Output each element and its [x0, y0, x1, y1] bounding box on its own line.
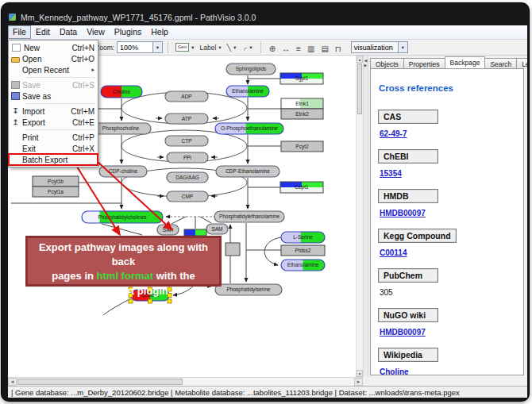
pathway-node-pcyt1a[interactable]: Pcyt1a — [33, 187, 79, 197]
pathway-node-l-serine[interactable]: L-Serine — [281, 232, 325, 243]
panel-splitter[interactable]: ◀▶ — [363, 56, 368, 377]
pathway-node-label: CTP — [182, 138, 192, 144]
xref-link[interactable]: Choline — [380, 367, 409, 375]
zoom-dropdown-icon[interactable]: ▼ — [152, 42, 162, 52]
menu-item-import[interactable]: ↧ImportCtrl+M — [9, 106, 98, 117]
xref-section-nugo-wiki: NuGO wikiHMDB00097 — [378, 307, 519, 337]
app-icon — [8, 13, 17, 21]
menubar-item-view[interactable]: View — [82, 25, 110, 39]
pathway-node-dag[interactable]: DAG/AAG — [167, 172, 208, 183]
scroll-down-icon[interactable]: ▼ — [357, 370, 363, 377]
xref-link[interactable]: 62-49-7 — [380, 129, 407, 138]
visualization-dropdown-icon[interactable]: ▼ — [398, 42, 407, 52]
selection-handle[interactable] — [168, 299, 172, 303]
pathway-node-phosphatidylcholines[interactable]: Phosphatidylcholines — [82, 211, 163, 223]
pathway-node-phosphatidylserine[interactable]: Phosphatidylserine — [215, 284, 282, 295]
pathway-node-pcyt1b[interactable]: Pcyt1b — [33, 176, 79, 187]
pathway-node-label: Pcyt1b — [48, 179, 64, 185]
visualization-combobox[interactable]: visualization ▼ — [351, 41, 408, 53]
pathway-node-cept1[interactable]: Cept1 — [280, 182, 323, 193]
gene-tool-button[interactable]: Gen ▼ — [173, 40, 197, 54]
stack-horizontal-icon[interactable]: ▥ — [307, 44, 314, 53]
tab-backpage[interactable]: Backpage — [445, 56, 486, 68]
pathway-edge — [103, 298, 131, 315]
pathway-node-ethanolamine-bottom[interactable]: Ethanolamine — [281, 260, 325, 271]
menu-separator — [26, 77, 95, 78]
menu-item-open-recent[interactable]: Open Recent▸ — [9, 64, 98, 75]
pathway-node-ptdss2[interactable]: Ptdss2 — [281, 245, 325, 256]
toolbar-separator — [260, 41, 261, 53]
pathway-node-phosphatidylethanolamine[interactable]: Phosphatidylethanolamine — [214, 211, 284, 222]
pathway-node-cdp-ethanolamine[interactable]: CDP-Ethanolamine — [216, 166, 279, 177]
tab-properties[interactable]: Properties — [403, 58, 445, 68]
pathway-node-label: CMP — [182, 194, 193, 199]
label-tool-button[interactable]: Label ▼ — [198, 40, 225, 54]
selection-handle[interactable] — [148, 299, 152, 303]
menu-item-save-as[interactable]: Save as — [9, 90, 98, 102]
pathway-node-pemt[interactable] — [184, 229, 206, 236]
pathway-node-ctp[interactable]: CTP — [165, 136, 208, 146]
pathway-node-choline-top[interactable]: Choline — [101, 86, 142, 98]
menubar-item-help[interactable]: Help — [146, 25, 173, 39]
menu-item-exit[interactable]: ExitCtrl+X — [9, 143, 98, 154]
xref-link[interactable]: C00114 — [380, 248, 407, 257]
pathway-node-o-phosphoethanolamine[interactable]: O-Phosphoethanolamine — [215, 123, 283, 134]
align-center-icon[interactable]: ⊕ — [269, 44, 276, 53]
connector-tool-button[interactable]: ⌌ ▼ — [239, 40, 255, 54]
stack-vertical-icon[interactable]: ≡ — [296, 44, 301, 53]
canvas-horizontal-scrollbar[interactable]: ◄ ► — [8, 377, 363, 386]
pathway-node-ppi[interactable]: PPi — [167, 152, 208, 163]
menubar-item-edit[interactable]: Edit — [31, 25, 55, 39]
xref-link[interactable]: HMDB00097 — [380, 328, 426, 337]
chevron-down-icon[interactable]: ▼ — [218, 45, 222, 50]
pathway-node-cdp-choline[interactable]: CDP-choline — [99, 166, 147, 177]
xref-link[interactable]: 15354 — [380, 169, 402, 178]
tab-legend[interactable]: Legend — [516, 58, 527, 68]
pathway-node-atp[interactable]: ATP — [165, 114, 208, 124]
chevron-down-icon[interactable]: ▼ — [249, 45, 253, 50]
scrollbar-thumb[interactable] — [17, 379, 183, 385]
menu-item-save[interactable]: SaveCtrl+S — [9, 79, 98, 90]
align-vertical-icon[interactable]: ↔ — [282, 44, 290, 53]
scroll-left-icon[interactable]: ◄ — [8, 378, 17, 386]
selection-handle[interactable] — [129, 299, 133, 303]
menubar-item-file[interactable]: File — [8, 25, 31, 39]
tab-objects[interactable]: Objects — [370, 58, 404, 68]
chevron-down-icon[interactable]: ▼ — [191, 45, 195, 50]
xref-link[interactable]: HMDB00097 — [380, 209, 426, 217]
export-icon: ↥ — [11, 118, 20, 126]
menu-item-export[interactable]: ↥ExportCtrl+E — [9, 117, 98, 128]
pathway-node-sphingolipids[interactable]: Sphingolipids — [226, 63, 276, 75]
pathway-node-sgpl1[interactable]: Sgpl1 — [280, 73, 323, 84]
menubar-item-plugins[interactable]: Plugins — [110, 25, 146, 39]
pathway-node-cmp[interactable]: CMP — [167, 191, 208, 202]
pathway-node-etnk2[interactable]: Etnk2 — [281, 109, 323, 119]
menu-item-label: Import — [22, 107, 44, 116]
pathway-node-label: Cept1 — [295, 184, 309, 190]
canvas-vertical-scrollbar[interactable]: ▲ ▼ — [356, 56, 363, 377]
pathway-node-pisd[interactable] — [226, 243, 240, 256]
common-width-icon[interactable]: ▤ — [321, 44, 328, 53]
backpage-panel: Cross references CAS62-49-7ChEBI15354HMD… — [370, 68, 524, 375]
menubar-item-data[interactable]: Data — [55, 25, 82, 39]
scroll-right-icon[interactable]: ► — [354, 378, 363, 386]
pathway-node-etnk1[interactable]: Etnk1 — [281, 98, 323, 109]
pathway-node-pcyt2[interactable]: Pcyt2 — [281, 141, 323, 152]
zoom-combobox[interactable]: 100% ▼ — [117, 41, 163, 53]
menu-item-open[interactable]: OpenCtrl+O — [9, 53, 98, 64]
pathway-node-ethanolamine-top[interactable]: Ethanolamine — [226, 86, 269, 97]
menu-item-new[interactable]: NewCtrl+N — [9, 42, 98, 53]
pathway-node-sam[interactable]: SAM — [206, 224, 228, 234]
chevron-down-icon[interactable]: ▼ — [233, 45, 237, 50]
pathway-node-label: ADP — [181, 94, 191, 99]
menu-item-batch-export[interactable]: Batch Export — [9, 154, 98, 165]
common-height-icon[interactable]: ⊓ — [335, 44, 341, 53]
pathway-node-adp[interactable]: ADP — [165, 91, 208, 102]
pathway-node-phosphocholine[interactable]: Phosphocholine — [91, 123, 151, 134]
menu-item-print[interactable]: PrintCtrl+P — [9, 132, 98, 143]
line-tool-button[interactable]: ╲ ▼ — [225, 40, 240, 54]
tab-search[interactable]: Search — [484, 58, 517, 68]
pathway-node-label: Ethanolamine — [232, 88, 264, 94]
scrollbar-thumb[interactable] — [357, 63, 362, 114]
scroll-up-icon[interactable]: ▲ — [357, 56, 363, 63]
